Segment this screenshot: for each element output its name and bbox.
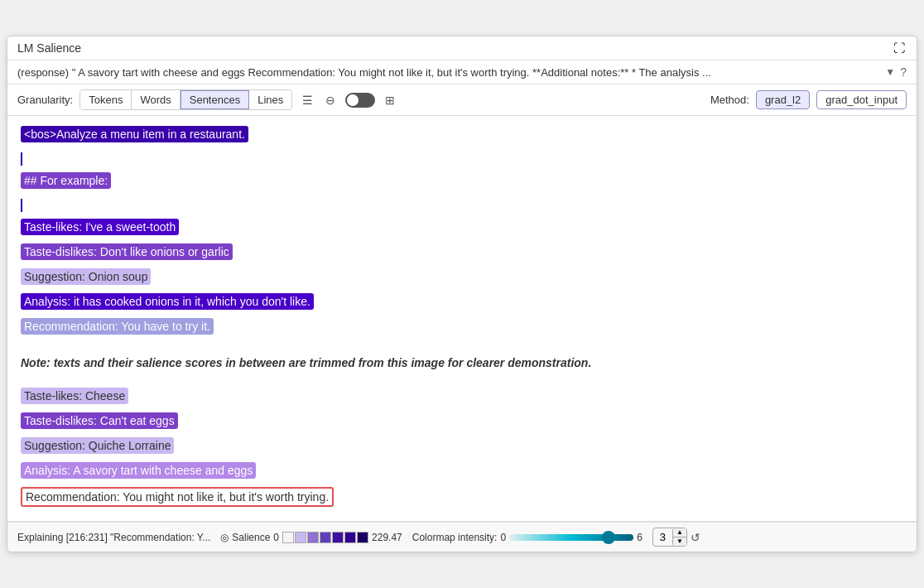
colormap-intensity-slider[interactable] xyxy=(509,534,633,541)
salience-max: 229.47 xyxy=(372,532,402,543)
tab-tokens[interactable]: Tokens xyxy=(80,90,132,109)
stepper-section: 3 ▲ ▼ ↺ xyxy=(652,528,700,547)
colormap-box-4 xyxy=(332,532,344,543)
refresh-button[interactable]: ↺ xyxy=(691,531,700,544)
sentence-block-4: Taste-dislikes: Don't like onions or gar… xyxy=(21,243,903,263)
toggle-thumb xyxy=(347,94,359,106)
salience-section: ◎ Salience 0 229.47 xyxy=(220,532,402,543)
sentence-block-6: Analysis: it has cooked onions in it, wh… xyxy=(21,293,903,313)
sentence-block-7: Recommendation: You have to try it. xyxy=(21,318,903,338)
dropdown-icon[interactable]: ▼ xyxy=(885,66,895,78)
sentence-block-1: <bos>Analyze a menu item in a restaurant… xyxy=(21,126,903,146)
sentence-analysis-1[interactable]: Analysis: it has cooked onions in it, wh… xyxy=(21,293,314,310)
main-window: LM Salience ⛶ (response) " A savory tart… xyxy=(7,36,917,552)
sentence-block-11: Analysis: A savory tart with cheese and … xyxy=(21,462,903,482)
response-bar: (response) " A savory tart with cheese a… xyxy=(7,60,917,84)
salience-min: 0 xyxy=(273,532,279,543)
cursor-line-2 xyxy=(21,199,22,212)
toggle-track[interactable] xyxy=(345,93,375,108)
colormap-box-5 xyxy=(344,532,356,543)
slider-max-label: 6 xyxy=(637,532,642,543)
sentence-bos[interactable]: <bos>Analyze a menu item in a restaurant… xyxy=(21,126,248,142)
title-bar: LM Salience ⛶ xyxy=(7,36,917,60)
cursor-line-1 xyxy=(21,152,22,166)
sentence-recommendation-2[interactable]: Recommendation: You might not like it, b… xyxy=(21,487,334,507)
sentence-taste-dislikes-1[interactable]: Taste-dislikes: Don't like onions or gar… xyxy=(21,243,233,260)
response-text: (response) " A savory tart with cheese a… xyxy=(17,66,880,79)
content-area[interactable]: <bos>Analyze a menu item in a restaurant… xyxy=(7,116,917,522)
stepper-up-button[interactable]: ▲ xyxy=(673,528,686,537)
method-label: Method: xyxy=(710,94,749,106)
sentence-block-8: Taste-likes: Cheese xyxy=(21,388,903,407)
stepper-down-button[interactable]: ▼ xyxy=(673,537,686,546)
slider-min-label: 0 xyxy=(500,532,506,543)
bottom-bar: Explaining [216:231] "Recommendation: Y.… xyxy=(7,522,917,552)
menu-icon[interactable]: ☰ xyxy=(299,92,315,108)
help-icon[interactable]: ? xyxy=(900,65,907,79)
salience-icon: ◎ xyxy=(220,532,229,543)
note-text: Note: texts and their salience scores in… xyxy=(21,356,903,369)
colormap-intensity-label: Colormap intensity: xyxy=(412,532,498,543)
stepper-arrows: ▲ ▼ xyxy=(673,528,686,546)
stepper-value: 3 xyxy=(653,529,673,545)
tab-sentences[interactable]: Sentences xyxy=(180,90,249,109)
method-group: Method: grad_l2 grad_dot_input xyxy=(710,90,907,109)
sentence-recommendation-1[interactable]: Recommendation: You have to try it. xyxy=(21,318,214,335)
colormap-box-3 xyxy=(320,532,331,543)
sentence-for-example[interactable]: ## For example: xyxy=(21,172,111,189)
sentence-block-2: ## For example: xyxy=(21,172,903,192)
sentence-taste-dislikes-2[interactable]: Taste-dislikes: Can't eat eggs xyxy=(21,412,178,429)
sentence-block-12: Recommendation: You might not like it, b… xyxy=(21,487,903,510)
controls-bar: Granularity: Tokens Words Sentences Line… xyxy=(7,84,917,116)
explaining-text: Explaining [216:231] "Recommendation: Y.… xyxy=(17,532,210,543)
method-grad-dot-input[interactable]: grad_dot_input xyxy=(816,90,907,109)
grid-icon[interactable]: ⊞ xyxy=(382,92,398,108)
sentence-block-10: Suggestion: Quiche Lorraine xyxy=(21,437,903,457)
tab-words[interactable]: Words xyxy=(132,90,180,109)
sentence-block-5: Suggestion: Onion soup xyxy=(21,268,903,288)
sentence-suggestion-1[interactable]: Suggestion: Onion soup xyxy=(21,268,151,285)
minus-icon[interactable]: ⊖ xyxy=(322,92,339,108)
granularity-tabs: Tokens Words Sentences Lines xyxy=(79,89,292,110)
sentence-suggestion-2[interactable]: Suggestion: Quiche Lorraine xyxy=(21,437,174,454)
sentence-taste-likes-1[interactable]: Taste-likes: I've a sweet-tooth xyxy=(21,219,179,235)
app-title: LM Salience xyxy=(17,41,81,55)
expand-icon[interactable]: ⛶ xyxy=(893,41,907,55)
sentence-block-9: Taste-dislikes: Can't eat eggs xyxy=(21,412,903,432)
granularity-group: Granularity: Tokens Words Sentences Line… xyxy=(17,89,398,110)
granularity-label: Granularity: xyxy=(17,94,73,106)
sentence-taste-likes-2[interactable]: Taste-likes: Cheese xyxy=(21,388,128,404)
colormap-box-0 xyxy=(282,532,294,543)
colormap-box-2 xyxy=(307,532,319,543)
colormap-boxes xyxy=(282,532,368,543)
colormap-box-1 xyxy=(295,532,306,543)
controls-icons: ☰ ⊖ ⊞ xyxy=(299,92,398,108)
colormap-box-6 xyxy=(357,532,368,543)
tab-lines[interactable]: Lines xyxy=(249,90,291,109)
colormap-intensity-section: Colormap intensity: 0 6 xyxy=(412,532,642,543)
toggle-container[interactable] xyxy=(345,93,375,108)
sentence-block-3: Taste-likes: I've a sweet-tooth xyxy=(21,219,903,239)
salience-label: Salience xyxy=(232,532,270,543)
method-grad-l2[interactable]: grad_l2 xyxy=(756,90,810,109)
stepper-box: 3 ▲ ▼ xyxy=(652,528,687,547)
sentence-analysis-2[interactable]: Analysis: A savory tart with cheese and … xyxy=(21,462,256,479)
